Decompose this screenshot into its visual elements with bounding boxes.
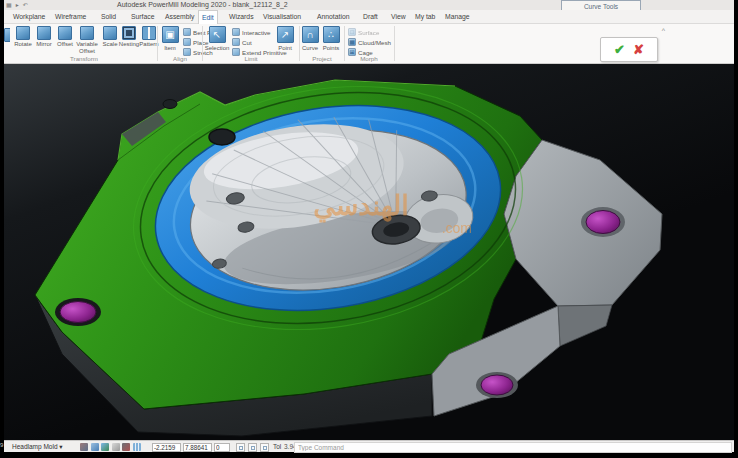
grid-icon[interactable]: [133, 443, 141, 451]
place-icon: [183, 38, 191, 46]
group-limit: ↖ Selection Interactive Cut Extend Primi…: [204, 24, 298, 63]
group-label-limit: Limit: [204, 55, 298, 62]
ribbon-tab-bar: Workplane Wireframe Solid Surface Assemb…: [4, 10, 734, 24]
nesting-icon: [122, 26, 136, 40]
status-bar: Headlamp Mold ▾ Tol 3.94e-4: [4, 440, 734, 452]
viewport-3d[interactable]: الهندسي .com: [4, 64, 734, 440]
mirror-icon: [37, 26, 51, 40]
tab-manage[interactable]: Manage: [442, 10, 473, 24]
coordinate-x-input[interactable]: [152, 443, 181, 452]
purple-hole-right[interactable]: [586, 211, 620, 234]
tab-edit[interactable]: Edit: [198, 10, 218, 24]
position-option-button-2[interactable]: [248, 443, 257, 452]
collapse-chevron-icon[interactable]: ^: [662, 27, 665, 34]
tolerance-label: Tol: [273, 442, 281, 452]
point-icon: ↗: [277, 26, 294, 43]
window-title: Autodesk PowerMill Modeling 2020 - blank…: [117, 1, 288, 9]
tab-workplane[interactable]: Workplane: [10, 10, 48, 24]
pattern-icon: [142, 26, 156, 40]
tab-wireframe[interactable]: Wireframe: [52, 10, 89, 24]
offset-button[interactable]: Offset: [54, 26, 76, 48]
best-fit-icon: [183, 28, 191, 36]
project-curve-button[interactable]: ∩ Curve: [299, 26, 321, 52]
confirm-panel: ✔ ✘ ^: [600, 37, 658, 62]
offset-icon: [58, 26, 72, 40]
morph-surface-icon: □: [348, 28, 356, 36]
tab-draft[interactable]: Draft: [360, 10, 381, 24]
point-button[interactable]: ↗ Point: [274, 26, 296, 52]
undo-icon[interactable]: ↶: [23, 1, 28, 9]
save-icon[interactable]: ▸: [16, 1, 19, 9]
frame-digit: 9: [0, 442, 3, 448]
ribbon-separator: [394, 26, 395, 61]
accept-button[interactable]: ✔: [614, 42, 625, 57]
workplane-icon[interactable]: [101, 443, 109, 451]
tab-surface[interactable]: Surface: [128, 10, 157, 24]
ribbon: Rotate Mirror Offset Variable Offset Sca…: [4, 24, 734, 64]
group-transform: Rotate Mirror Offset Variable Offset Sca…: [12, 24, 156, 63]
morph-cloud-mesh-button[interactable]: ▦Cloud/Mesh: [348, 37, 391, 47]
snap-icon[interactable]: [122, 443, 130, 451]
level-name: Headlamp Mold: [12, 443, 58, 450]
chevron-down-icon: ▾: [59, 443, 62, 450]
intelligent-cursor-icon[interactable]: [91, 443, 99, 451]
cancel-button[interactable]: ✘: [633, 42, 644, 57]
application-window: ▦ ▸ ↶ Autodesk PowerMill Modeling 2020 -…: [0, 0, 738, 458]
mold-model[interactable]: [4, 64, 734, 440]
tab-my-tab[interactable]: My tab: [412, 10, 438, 24]
mirror-button[interactable]: Mirror: [33, 26, 55, 48]
statusbar-icon-row: [80, 443, 141, 451]
tab-visualisation[interactable]: Visualisation: [260, 10, 304, 24]
variable-offset-button[interactable]: Variable Offset: [75, 26, 99, 54]
level-selector[interactable]: Headlamp Mold ▾: [12, 442, 63, 452]
group-label-align: Align: [159, 55, 201, 62]
app-menu-icon[interactable]: ▦: [6, 1, 12, 9]
project-points-button[interactable]: ∴ Points: [320, 26, 342, 52]
select-icon[interactable]: [80, 443, 88, 451]
nesting-button[interactable]: Nesting: [118, 26, 140, 48]
lock-icon[interactable]: [112, 443, 120, 451]
tab-view[interactable]: View: [388, 10, 409, 24]
tab-solid[interactable]: Solid: [98, 10, 119, 24]
tab-annotation[interactable]: Annotation: [314, 10, 353, 24]
group-align: ▣ Item Best Fit Place Stretch Align: [159, 24, 201, 63]
scale-icon: [103, 26, 117, 40]
purple-hole-bottom[interactable]: [481, 375, 513, 395]
item-button[interactable]: ▣ Item: [157, 26, 183, 52]
cut-icon: [232, 38, 240, 46]
variable-offset-icon: [80, 26, 94, 40]
interactive-icon: [232, 28, 240, 36]
quick-access-toolbar: ▦ ▸ ↶: [6, 1, 28, 9]
green-face-hole: [209, 129, 235, 145]
position-option-button-3[interactable]: [260, 443, 269, 452]
group-label-project: Project: [301, 55, 343, 62]
morph-cloud-mesh-icon: ▦: [348, 38, 356, 46]
group-label-transform: Transform: [12, 55, 156, 62]
project-curve-icon: ∩: [302, 26, 319, 43]
morph-surface-button[interactable]: □Surface: [348, 27, 391, 37]
rotate-button[interactable]: Rotate: [12, 26, 34, 48]
coordinate-z-input[interactable]: [214, 443, 230, 452]
purple-hole-left[interactable]: [60, 302, 96, 323]
tab-wizards[interactable]: Wizards: [226, 10, 257, 24]
tab-assembly[interactable]: Assembly: [162, 10, 197, 24]
group-label-morph: Morph: [346, 55, 392, 62]
rotate-icon: [16, 26, 30, 40]
morph-small-buttons: □Surface ▦Cloud/Mesh ⊞Cage: [348, 27, 391, 57]
item-icon: ▣: [162, 26, 179, 43]
coordinate-y-input[interactable]: [183, 443, 212, 452]
selection-icon: ↖: [209, 26, 226, 43]
position-option-button[interactable]: [236, 443, 245, 452]
command-input[interactable]: [294, 442, 732, 453]
selection-button[interactable]: ↖ Selection: [204, 26, 230, 52]
group-morph: □Surface ▦Cloud/Mesh ⊞Cage Morph: [346, 24, 392, 63]
clipped-ribbon-icon: [4, 28, 10, 42]
green-face-hole-small: [163, 100, 177, 109]
project-points-icon: ∴: [323, 26, 340, 43]
ribbon-separator: [344, 26, 345, 61]
group-project: ∩ Curve ∴ Points Project: [301, 24, 343, 63]
ribbon-separator: [202, 26, 203, 61]
